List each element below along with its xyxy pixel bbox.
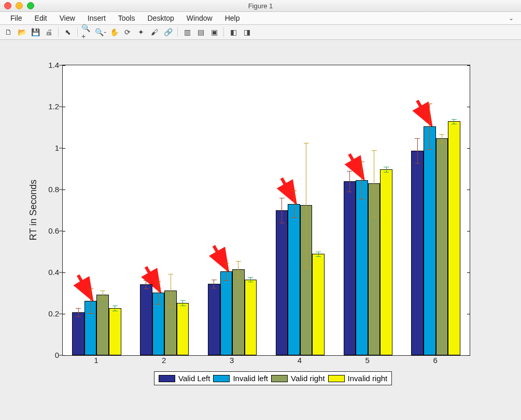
- legend-label: Valid Left: [178, 374, 210, 383]
- annotation-arrow: [214, 245, 226, 267]
- window-controls: [0, 2, 34, 9]
- annotation-arrow: [78, 275, 91, 297]
- menu-help[interactable]: Help: [219, 12, 246, 24]
- legend-icon[interactable]: ▤: [194, 26, 207, 38]
- zoom-window-icon[interactable]: [27, 2, 34, 9]
- bar-valid_left: [140, 284, 152, 355]
- bar-valid_left: [344, 181, 356, 355]
- zoom-out-icon[interactable]: 🔍-: [94, 26, 107, 38]
- menu-overflow-icon[interactable]: ⌄: [509, 15, 517, 22]
- bar-invalid_right: [245, 280, 257, 355]
- menu-file[interactable]: File: [4, 12, 29, 24]
- save-icon[interactable]: 💾: [29, 26, 41, 38]
- window-title: Figure 1: [0, 2, 521, 10]
- y-tick: 0.2: [39, 309, 59, 318]
- y-axis-ticks: 00.20.40.60.811.21.4: [41, 65, 61, 355]
- brush-icon[interactable]: 🖌: [148, 26, 161, 38]
- legend-swatch-valid-left: [159, 375, 175, 382]
- legend-label: Invalid left: [233, 374, 268, 383]
- pointer-icon[interactable]: ⬉: [62, 26, 74, 38]
- y-tick: 1.4: [39, 61, 59, 69]
- bar-valid_left: [276, 210, 288, 355]
- bar-invalid_right: [177, 303, 189, 355]
- x-tick: 5: [365, 356, 370, 365]
- figure-area: RT in Seconds 00.20.40.60.811.21.4 12345…: [0, 40, 521, 420]
- bar-invalid_right: [109, 308, 121, 355]
- y-axis-label-text: RT in Seconds: [29, 179, 39, 240]
- menu-view[interactable]: View: [53, 12, 81, 24]
- zoom-in-icon[interactable]: 🔍+: [81, 26, 93, 38]
- titlebar: Figure 1: [0, 0, 521, 12]
- data-cursor-icon[interactable]: ✦: [135, 26, 147, 38]
- insert-icon[interactable]: ▣: [208, 26, 220, 38]
- toolbar: 🗋📂💾🖨⬉🔍+🔍-✋⟳✦🖌🔗▥▤▣◧◨: [0, 25, 521, 40]
- y-tick: 0.8: [39, 185, 59, 194]
- link-icon[interactable]: 🔗: [162, 26, 174, 38]
- show-plot-tools-icon[interactable]: ◨: [241, 26, 253, 38]
- menubar: File Edit View Insert Tools Desktop Wind…: [0, 12, 521, 25]
- x-axis-ticks: 123456: [62, 356, 469, 368]
- legend-label: Valid right: [291, 374, 325, 383]
- bar-valid_right: [96, 295, 109, 355]
- menu-insert[interactable]: Insert: [81, 12, 112, 24]
- y-tick: 1: [39, 143, 59, 152]
- axes: [62, 65, 470, 356]
- print-icon[interactable]: 🖨: [43, 26, 55, 38]
- colorbar-icon[interactable]: ▥: [181, 26, 193, 38]
- close-icon[interactable]: [4, 2, 11, 9]
- bar-valid_right: [232, 269, 245, 355]
- bar-valid_left: [72, 312, 85, 355]
- legend-label: Invalid right: [348, 374, 388, 383]
- open-file-icon[interactable]: 📂: [16, 26, 28, 38]
- bar-invalid_right: [448, 121, 460, 355]
- y-axis-label: RT in Seconds: [29, 65, 39, 355]
- annotation-layer: [63, 65, 470, 355]
- bar-invalid_right: [380, 169, 392, 355]
- bar-invalid_left: [220, 271, 233, 355]
- legend[interactable]: Valid Left Invalid left Valid right Inva…: [154, 371, 392, 385]
- y-tick: 1.2: [39, 102, 59, 111]
- legend-swatch-invalid-left: [213, 375, 230, 382]
- bar-invalid_right: [312, 254, 325, 355]
- x-tick: 3: [230, 356, 234, 365]
- annotation-arrow: [281, 178, 294, 200]
- legend-swatch-invalid-right: [328, 375, 345, 382]
- bar-valid_left: [411, 151, 424, 355]
- menu-tools[interactable]: Tools: [112, 12, 142, 24]
- x-tick: 6: [433, 356, 437, 365]
- annotation-arrow: [349, 154, 362, 176]
- legend-swatch-valid-right: [271, 375, 288, 382]
- y-tick: 0.6: [39, 226, 59, 235]
- menu-edit[interactable]: Edit: [29, 12, 53, 24]
- x-tick: 2: [162, 356, 166, 365]
- rotate-icon[interactable]: ⟳: [121, 26, 134, 38]
- new-file-icon[interactable]: 🗋: [2, 26, 15, 38]
- y-tick: 0: [39, 351, 59, 359]
- bar-invalid_left: [288, 204, 300, 355]
- x-tick: 4: [298, 356, 302, 365]
- bar-invalid_left: [356, 180, 368, 355]
- menu-window[interactable]: Window: [180, 12, 219, 24]
- pan-icon[interactable]: ✋: [108, 26, 120, 38]
- bar-valid_left: [208, 284, 220, 355]
- bar-invalid_left: [424, 126, 436, 355]
- figure-window: Figure 1 File Edit View Insert Tools Des…: [0, 0, 521, 420]
- y-tick: 0.4: [39, 268, 59, 277]
- hide-plot-tools-icon[interactable]: ◧: [227, 26, 240, 38]
- minimize-icon[interactable]: [16, 2, 23, 9]
- bar-valid_right: [436, 138, 448, 355]
- menu-desktop[interactable]: Desktop: [141, 12, 180, 24]
- x-tick: 1: [94, 356, 98, 365]
